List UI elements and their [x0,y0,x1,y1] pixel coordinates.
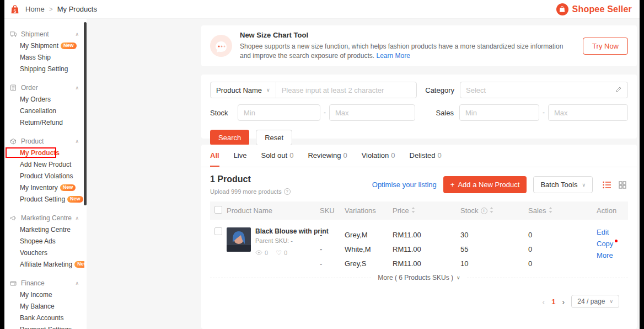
more-skus-row: More ( 6 Products SKUs ) ∨ [210,274,628,282]
range-separator: - [320,109,329,116]
new-badge: New [61,43,77,49]
category-select[interactable]: Select [460,82,628,98]
sidebar-item-my-products[interactable]: My Products [4,147,84,158]
tab-delisted[interactable]: Delisted0 [410,145,442,167]
more-action[interactable]: More [597,251,613,259]
sidebar-section-header-order[interactable]: Order ∧ [4,82,84,93]
item-label: Shopee Ads [20,237,56,245]
batch-tools-button[interactable]: Batch Tools ∨ [533,176,593,193]
sidebar-item-my-balance[interactable]: My Balance [4,301,84,312]
tab-violation[interactable]: Violation0 [362,145,395,167]
sidebar-item-product-violations[interactable]: Product Violations [4,171,84,182]
tab-all[interactable]: All [210,145,219,167]
sidebar-item-product-setting[interactable]: Product SettingNew [4,194,84,205]
new-badge: New [60,184,76,191]
sidebar-item-return-refund[interactable]: Return/Refund [4,117,84,128]
sidebar-item-affiliate-marketing[interactable]: Affiliate MarketingNew [4,259,84,270]
notification-dot [615,240,618,242]
tab-live[interactable]: Live [234,145,247,167]
variant-sku: - [320,259,345,268]
copy-action[interactable]: Copy [597,240,613,248]
row-checkbox[interactable] [214,227,222,235]
learn-more-link[interactable]: Learn More [376,52,410,60]
sidebar-item-add-new-product[interactable]: Add New Product [4,159,84,170]
sidebar-section-header-finance[interactable]: Finance ∧ [4,278,84,289]
sidebar-item-mass-ship[interactable]: Mass Ship [4,52,84,63]
sidebar-section-header-product[interactable]: Product ∧ [4,136,84,147]
shipment-icon [10,31,17,38]
sidebar-item-payment-settings[interactable]: Payment Settings [4,324,84,329]
item-label: Add New Product [20,161,71,168]
sidebar-item-bank-accounts[interactable]: Bank Accounts [4,312,84,323]
chevron-down-icon[interactable]: ∨ [457,275,467,280]
sidebar-item-my-inventory[interactable]: My InventoryNew [4,182,84,193]
col-sales: Sales [528,206,546,215]
size-chart-banner: New Size Chart Tool Shopee supports a ne… [201,25,637,66]
breadcrumb-home[interactable]: Home [25,5,45,13]
dashed-divider [467,278,628,278]
sort-icon[interactable] [549,206,552,215]
size-chart-illustration-icon [210,35,232,57]
sidebar-item-my-income[interactable]: My Income [4,289,84,300]
chevron-down-icon: ∨ [582,182,586,188]
grid-view-icon[interactable] [617,179,628,190]
current-page[interactable]: 1 [551,298,555,306]
sidebar-item-marketing-centre[interactable]: Marketing Centre [4,224,84,235]
prev-page-icon[interactable]: ‹ [542,297,545,306]
product-icon [10,138,17,145]
screen-edge-right [640,0,644,329]
sales-min-input[interactable] [460,105,539,120]
edit-action[interactable]: Edit [597,228,609,236]
info-icon[interactable]: i [481,208,487,214]
more-skus-link[interactable]: More ( 6 Products SKUs ) [371,274,457,282]
product-thumbnail[interactable] [227,227,251,252]
sidebar-section-header-marketing[interactable]: Marketing Centre ∧ [4,213,84,224]
optimise-listing-link[interactable]: Optimise your listing [372,181,437,189]
select-all-checkbox[interactable] [214,206,222,214]
new-badge: New [74,261,84,268]
product-name[interactable]: Black Blouse with print [255,227,329,235]
sort-icon[interactable] [411,206,415,215]
product-row: Black Blouse with print Parent SKU: - 0 … [210,220,628,273]
item-label: Shipping Setting [20,65,68,73]
sidebar-item-shopee-ads[interactable]: Shopee Ads [4,236,84,247]
section-label: Marketing Centre [21,214,75,222]
variant-price: RM11.00 [393,259,460,268]
search-button[interactable]: Search [210,130,249,145]
col-product-name: Product Name [227,206,320,215]
sidebar-section-shipment: Shipment ∧ My ShipmentNew Mass Ship Ship… [4,29,84,75]
chevron-down-icon: ∨ [266,87,270,93]
pencil-icon [615,85,622,95]
stock-min-input[interactable] [238,105,320,120]
sidebar-item-my-orders[interactable]: My Orders [4,94,84,105]
try-now-button[interactable]: Try Now [583,38,628,55]
product-name-filter-select[interactable]: Product Name ∨ [211,82,276,98]
sort-icon[interactable] [490,206,493,215]
sidebar-section-header-shipment[interactable]: Shipment ∧ [4,29,84,40]
sales-max-input[interactable] [549,105,627,120]
sidebar-item-vouchers[interactable]: Vouchers [4,247,84,258]
sidebar-item-my-shipment[interactable]: My ShipmentNew [4,40,84,51]
product-name-input[interactable] [276,82,416,98]
tab-reviewing[interactable]: Reviewing0 [308,145,347,167]
item-label: Payment Settings [20,326,72,329]
sidebar-section-finance: Finance ∧ My Income My Balance Bank Acco… [4,278,84,329]
sidebar-scrollbar[interactable] [84,22,87,205]
sidebar-item-cancellation[interactable]: Cancellation [4,105,84,116]
sidebar-item-shipping-setting[interactable]: Shipping Setting [4,63,84,75]
shopee-logo-icon[interactable] [10,4,20,14]
help-icon[interactable]: ? [284,188,291,195]
item-label: Product Violations [20,172,73,180]
stock-max-input[interactable] [330,105,415,120]
item-label: My Products [20,149,60,157]
reset-button[interactable]: Reset [256,130,292,145]
page-size-select[interactable]: 24 / page ∨ [571,295,619,308]
chevron-up-icon: ∧ [75,31,79,37]
tab-sold-out[interactable]: Sold out0 [261,145,293,167]
next-page-icon[interactable]: › [562,297,565,306]
chevron-down-icon: ∨ [609,299,613,304]
list-view-icon[interactable] [602,179,613,190]
add-new-product-button[interactable]: + Add a New Product [443,176,527,193]
item-label: My Orders [20,95,51,103]
seller-brand[interactable]: Shopee Seller [556,3,632,15]
